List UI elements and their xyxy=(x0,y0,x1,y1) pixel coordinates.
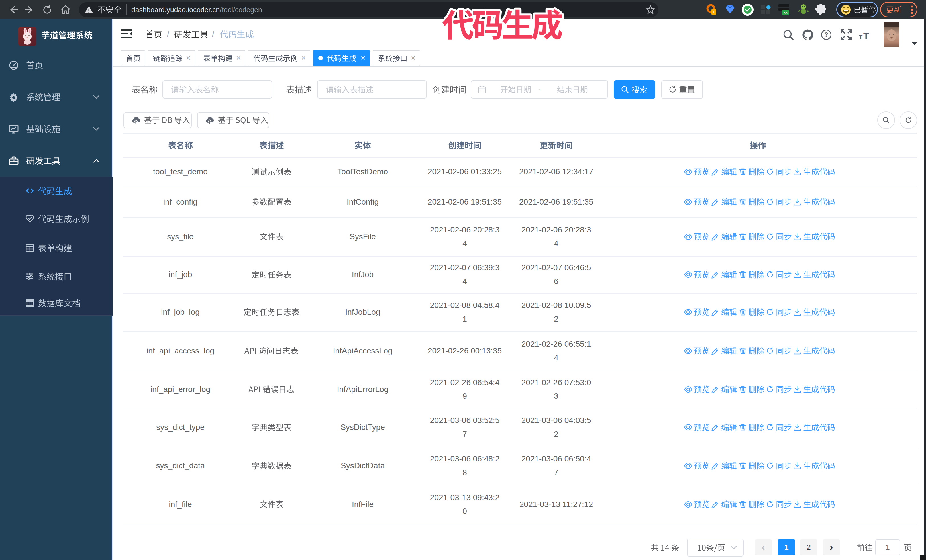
svg-text:on: on xyxy=(784,11,788,15)
svg-text:T: T xyxy=(863,31,869,40)
svg-text:?: ? xyxy=(824,31,828,38)
svg-text:1: 1 xyxy=(713,10,715,14)
svg-text:T: T xyxy=(859,34,862,40)
